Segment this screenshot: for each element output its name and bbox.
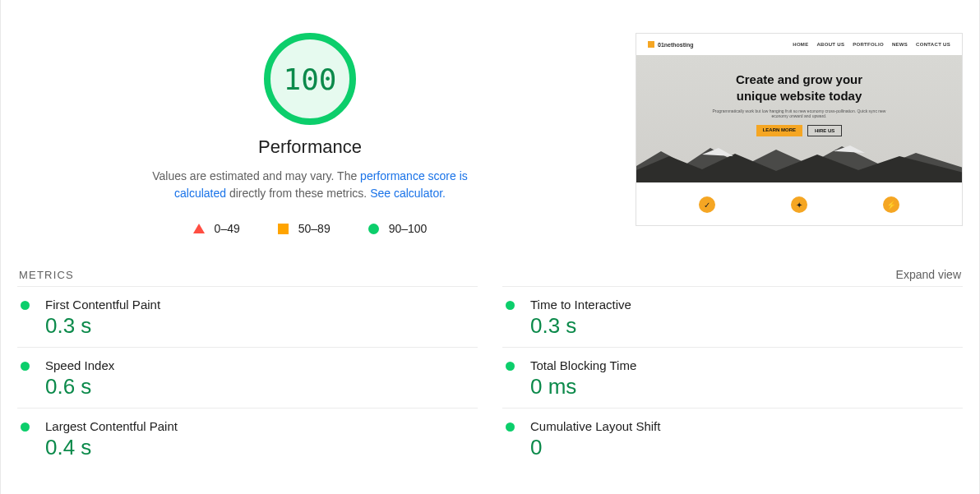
see-calculator-link[interactable]: See calculator. <box>370 187 446 200</box>
metrics-grid: First Contentful Paint 0.3 s Time to Int… <box>17 286 963 469</box>
metric-name: First Contentful Paint <box>45 298 474 312</box>
preview-nav-item: NEWS <box>892 42 908 47</box>
metric-tbt: Total Blocking Time 0 ms <box>502 347 963 408</box>
metric-si: Speed Index 0.6 s <box>17 347 478 408</box>
gauge-title: Performance <box>258 136 362 158</box>
metric-value: 0.6 s <box>45 374 474 399</box>
metric-value: 0.4 s <box>45 435 474 460</box>
expand-view-toggle[interactable]: Expand view <box>896 268 961 281</box>
metric-name: Largest Contentful Paint <box>45 419 474 433</box>
preview-check-icon: ✓ <box>699 196 715 213</box>
preview-hero-buttons: LEARN MORE HIRE US <box>636 125 962 136</box>
metric-cls: Cumulative Layout Shift 0 <box>502 408 963 469</box>
preview-nav-item: HOME <box>793 42 808 47</box>
preview-nav-item: ABOUT US <box>816 42 844 47</box>
metrics-header: METRICS Expand view <box>17 268 963 281</box>
preview-header: 01nethosting HOME ABOUT US PORTFOLIO NEW… <box>636 34 962 55</box>
pass-dot-icon <box>21 362 30 371</box>
performance-gauge: 100 <box>264 33 356 125</box>
metric-value: 0 <box>530 435 959 460</box>
preview-hero-line1: Create and grow your <box>736 72 862 86</box>
metric-name: Total Blocking Time <box>530 358 959 372</box>
legend-fail: 0–49 <box>193 222 240 235</box>
metric-value: 0.3 s <box>530 313 959 339</box>
legend-fail-label: 0–49 <box>215 222 240 235</box>
preview-logo-text: 01nethosting <box>658 42 694 48</box>
subtext-mid: directly from these metrics. <box>226 187 370 200</box>
metric-value: 0 ms <box>530 374 959 399</box>
preview-hero-title: Create and grow your unique website toda… <box>636 72 962 104</box>
preview-bolt-icon: ⚡ <box>883 196 899 213</box>
metric-lcp: Largest Contentful Paint 0.4 s <box>17 408 478 469</box>
subtext-prefix: Values are estimated and may vary. The <box>152 169 360 182</box>
preview-nav: HOME ABOUT US PORTFOLIO NEWS CONTACT US <box>793 42 950 47</box>
legend-pass-label: 90–100 <box>389 222 428 235</box>
preview-hero-sub: Programmatically work but low hanging fr… <box>705 108 894 118</box>
preview-feature-row: ✓ ✦ ⚡ <box>636 182 962 226</box>
pass-dot-icon <box>21 301 30 310</box>
pass-dot-icon <box>21 422 30 432</box>
score-legend: 0–49 50–89 90–100 <box>193 222 428 235</box>
pass-dot-icon <box>506 422 515 432</box>
preview-nav-item: PORTFOLIO <box>853 42 884 47</box>
preview-mountains-icon <box>636 141 963 182</box>
preview-shield-icon: ✦ <box>791 196 807 213</box>
score-column: 100 Performance Values are estimated and… <box>17 33 603 235</box>
metric-tti: Time to Interactive 0.3 s <box>502 286 963 347</box>
triangle-icon <box>193 224 205 233</box>
preview-nav-item: CONTACT US <box>916 42 950 47</box>
preview-logo-icon <box>648 41 654 48</box>
metrics-label: METRICS <box>19 269 74 281</box>
metric-fcp: First Contentful Paint 0.3 s <box>17 286 478 347</box>
legend-avg-label: 50–89 <box>298 222 331 235</box>
preview-logo: 01nethosting <box>648 41 694 48</box>
square-icon <box>278 224 289 234</box>
circle-icon <box>368 224 379 234</box>
preview-hire-us-button: HIRE US <box>807 125 842 136</box>
legend-pass: 90–100 <box>368 222 428 235</box>
metric-name: Time to Interactive <box>530 298 959 312</box>
report-page: 100 Performance Values are estimated and… <box>0 0 980 494</box>
summary-row: 100 Performance Values are estimated and… <box>17 33 963 235</box>
preview-learn-more-button: LEARN MORE <box>756 125 802 136</box>
preview-hero: Create and grow your unique website toda… <box>636 55 962 182</box>
metric-value: 0.3 s <box>45 313 474 339</box>
metric-name: Cumulative Layout Shift <box>530 419 959 433</box>
metric-name: Speed Index <box>45 358 474 372</box>
preview-hero-line2: unique website today <box>737 89 862 103</box>
page-screenshot-preview: 01nethosting HOME ABOUT US PORTFOLIO NEW… <box>636 33 963 226</box>
pass-dot-icon <box>506 301 515 310</box>
score-subtext: Values are estimated and may vary. The p… <box>133 168 487 202</box>
performance-score: 100 <box>283 62 336 96</box>
legend-average: 50–89 <box>278 222 331 235</box>
pass-dot-icon <box>506 362 515 371</box>
